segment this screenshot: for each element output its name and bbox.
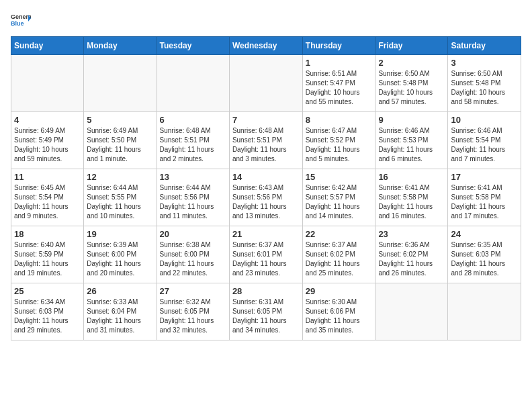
day-number: 13 xyxy=(160,172,226,182)
week-row-1: 1Sunrise: 6:51 AM Sunset: 5:47 PM Daylig… xyxy=(11,55,521,112)
day-info: Sunrise: 6:50 AM Sunset: 5:48 PM Dayligh… xyxy=(451,69,518,107)
day-number: 29 xyxy=(306,286,373,296)
day-number: 16 xyxy=(378,172,445,182)
weekday-header-row: SundayMondayTuesdayWednesdayThursdayFrid… xyxy=(11,37,521,55)
svg-text:Blue: Blue xyxy=(11,20,24,27)
calendar-cell xyxy=(84,55,157,112)
logo: General Blue xyxy=(11,11,31,31)
calendar-cell: 18Sunrise: 6:40 AM Sunset: 5:59 PM Dayli… xyxy=(11,226,84,283)
week-row-5: 25Sunrise: 6:34 AM Sunset: 6:03 PM Dayli… xyxy=(11,283,521,340)
calendar-cell: 22Sunrise: 6:37 AM Sunset: 6:02 PM Dayli… xyxy=(302,226,375,283)
day-info: Sunrise: 6:30 AM Sunset: 6:06 PM Dayligh… xyxy=(306,298,373,335)
calendar-table: SundayMondayTuesdayWednesdayThursdayFrid… xyxy=(11,36,521,340)
day-number: 22 xyxy=(306,229,373,239)
day-info: Sunrise: 6:36 AM Sunset: 6:02 PM Dayligh… xyxy=(378,240,445,278)
day-number: 25 xyxy=(14,286,81,296)
day-info: Sunrise: 6:44 AM Sunset: 5:56 PM Dayligh… xyxy=(160,183,226,221)
weekday-header-sunday: Sunday xyxy=(11,37,84,55)
calendar-cell: 28Sunrise: 6:31 AM Sunset: 6:05 PM Dayli… xyxy=(229,283,302,340)
calendar-cell: 20Sunrise: 6:38 AM Sunset: 6:00 PM Dayli… xyxy=(157,226,229,283)
weekday-header-thursday: Thursday xyxy=(302,37,375,55)
week-row-4: 18Sunrise: 6:40 AM Sunset: 5:59 PM Dayli… xyxy=(11,226,521,283)
calendar-cell: 1Sunrise: 6:51 AM Sunset: 5:47 PM Daylig… xyxy=(302,55,375,112)
calendar-cell: 17Sunrise: 6:41 AM Sunset: 5:58 PM Dayli… xyxy=(448,169,521,226)
day-info: Sunrise: 6:41 AM Sunset: 5:58 PM Dayligh… xyxy=(451,183,518,221)
day-info: Sunrise: 6:43 AM Sunset: 5:56 PM Dayligh… xyxy=(232,183,300,221)
calendar-cell: 26Sunrise: 6:33 AM Sunset: 6:04 PM Dayli… xyxy=(84,283,157,340)
calendar-cell: 21Sunrise: 6:37 AM Sunset: 6:01 PM Dayli… xyxy=(229,226,302,283)
day-number: 7 xyxy=(232,115,300,125)
day-number: 10 xyxy=(451,115,518,125)
day-number: 3 xyxy=(451,58,518,68)
day-info: Sunrise: 6:42 AM Sunset: 5:57 PM Dayligh… xyxy=(306,183,373,221)
day-number: 24 xyxy=(451,229,518,239)
calendar-cell: 23Sunrise: 6:36 AM Sunset: 6:02 PM Dayli… xyxy=(375,226,448,283)
day-info: Sunrise: 6:48 AM Sunset: 5:51 PM Dayligh… xyxy=(160,126,226,164)
day-info: Sunrise: 6:49 AM Sunset: 5:49 PM Dayligh… xyxy=(14,126,81,164)
day-info: Sunrise: 6:38 AM Sunset: 6:00 PM Dayligh… xyxy=(160,240,226,278)
day-number: 19 xyxy=(87,229,153,239)
day-info: Sunrise: 6:32 AM Sunset: 6:05 PM Dayligh… xyxy=(160,298,226,335)
week-row-3: 11Sunrise: 6:45 AM Sunset: 5:54 PM Dayli… xyxy=(11,169,521,226)
calendar-cell: 10Sunrise: 6:46 AM Sunset: 5:54 PM Dayli… xyxy=(448,112,521,169)
calendar-cell: 4Sunrise: 6:49 AM Sunset: 5:49 PM Daylig… xyxy=(11,112,84,169)
calendar-cell: 6Sunrise: 6:48 AM Sunset: 5:51 PM Daylig… xyxy=(157,112,229,169)
day-number: 14 xyxy=(232,172,300,182)
day-info: Sunrise: 6:35 AM Sunset: 6:03 PM Dayligh… xyxy=(451,240,518,278)
weekday-header-friday: Friday xyxy=(375,37,448,55)
weekday-header-wednesday: Wednesday xyxy=(229,37,302,55)
day-number: 6 xyxy=(160,115,226,125)
day-info: Sunrise: 6:37 AM Sunset: 6:02 PM Dayligh… xyxy=(306,240,373,278)
header: General Blue xyxy=(11,11,521,31)
calendar-cell: 11Sunrise: 6:45 AM Sunset: 5:54 PM Dayli… xyxy=(11,169,84,226)
calendar-cell: 14Sunrise: 6:43 AM Sunset: 5:56 PM Dayli… xyxy=(229,169,302,226)
calendar-cell: 29Sunrise: 6:30 AM Sunset: 6:06 PM Dayli… xyxy=(302,283,375,340)
week-row-2: 4Sunrise: 6:49 AM Sunset: 5:49 PM Daylig… xyxy=(11,112,521,169)
day-number: 15 xyxy=(306,172,373,182)
day-number: 4 xyxy=(14,115,81,125)
day-number: 21 xyxy=(232,229,300,239)
day-info: Sunrise: 6:47 AM Sunset: 5:52 PM Dayligh… xyxy=(306,126,373,164)
day-number: 1 xyxy=(306,58,373,68)
day-number: 8 xyxy=(306,115,373,125)
weekday-header-monday: Monday xyxy=(84,37,157,55)
day-info: Sunrise: 6:46 AM Sunset: 5:54 PM Dayligh… xyxy=(451,126,518,164)
day-number: 20 xyxy=(160,229,226,239)
weekday-header-saturday: Saturday xyxy=(448,37,521,55)
day-info: Sunrise: 6:48 AM Sunset: 5:51 PM Dayligh… xyxy=(232,126,300,164)
calendar-cell xyxy=(11,55,84,112)
day-info: Sunrise: 6:37 AM Sunset: 6:01 PM Dayligh… xyxy=(232,240,300,278)
day-number: 2 xyxy=(378,58,445,68)
day-info: Sunrise: 6:39 AM Sunset: 6:00 PM Dayligh… xyxy=(87,240,153,278)
calendar-cell: 8Sunrise: 6:47 AM Sunset: 5:52 PM Daylig… xyxy=(302,112,375,169)
svg-text:General: General xyxy=(11,13,31,20)
day-info: Sunrise: 6:46 AM Sunset: 5:53 PM Dayligh… xyxy=(378,126,445,164)
day-info: Sunrise: 6:44 AM Sunset: 5:55 PM Dayligh… xyxy=(87,183,153,221)
logo-icon: General Blue xyxy=(11,11,31,31)
day-number: 17 xyxy=(451,172,518,182)
calendar-cell xyxy=(448,283,521,340)
day-number: 11 xyxy=(14,172,81,182)
day-number: 26 xyxy=(87,286,153,296)
day-number: 18 xyxy=(14,229,81,239)
day-info: Sunrise: 6:31 AM Sunset: 6:05 PM Dayligh… xyxy=(232,298,300,335)
calendar-cell: 15Sunrise: 6:42 AM Sunset: 5:57 PM Dayli… xyxy=(302,169,375,226)
calendar-cell: 19Sunrise: 6:39 AM Sunset: 6:00 PM Dayli… xyxy=(84,226,157,283)
day-number: 9 xyxy=(378,115,445,125)
calendar-cell: 7Sunrise: 6:48 AM Sunset: 5:51 PM Daylig… xyxy=(229,112,302,169)
calendar-cell: 25Sunrise: 6:34 AM Sunset: 6:03 PM Dayli… xyxy=(11,283,84,340)
day-number: 28 xyxy=(232,286,300,296)
calendar-cell: 27Sunrise: 6:32 AM Sunset: 6:05 PM Dayli… xyxy=(157,283,229,340)
day-info: Sunrise: 6:45 AM Sunset: 5:54 PM Dayligh… xyxy=(14,183,81,221)
day-info: Sunrise: 6:51 AM Sunset: 5:47 PM Dayligh… xyxy=(306,69,373,107)
calendar-cell: 2Sunrise: 6:50 AM Sunset: 5:48 PM Daylig… xyxy=(375,55,448,112)
calendar-cell: 12Sunrise: 6:44 AM Sunset: 5:55 PM Dayli… xyxy=(84,169,157,226)
calendar-cell: 16Sunrise: 6:41 AM Sunset: 5:58 PM Dayli… xyxy=(375,169,448,226)
day-number: 12 xyxy=(87,172,153,182)
day-number: 27 xyxy=(160,286,226,296)
calendar-cell: 3Sunrise: 6:50 AM Sunset: 5:48 PM Daylig… xyxy=(448,55,521,112)
calendar-cell: 5Sunrise: 6:49 AM Sunset: 5:50 PM Daylig… xyxy=(84,112,157,169)
calendar-cell xyxy=(157,55,229,112)
day-info: Sunrise: 6:33 AM Sunset: 6:04 PM Dayligh… xyxy=(87,298,153,335)
calendar-cell: 13Sunrise: 6:44 AM Sunset: 5:56 PM Dayli… xyxy=(157,169,229,226)
